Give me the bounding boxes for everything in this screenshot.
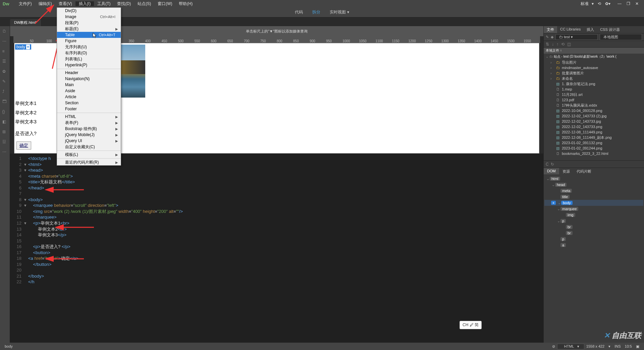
- view-split[interactable]: 拆分: [312, 9, 320, 15]
- site-dropdown[interactable]: 🗀 test ▾: [555, 34, 598, 40]
- site-path[interactable]: ⌄ 🗀 站点 - test (D:\tools\桌面\work（2）\work …: [544, 54, 644, 60]
- code-line[interactable]: 22</h: [11, 279, 542, 285]
- tool-icon-6[interactable]: ✎: [2, 79, 8, 84]
- code-line[interactable]: 7: [11, 191, 542, 197]
- tab-files[interactable]: 文件: [544, 26, 557, 33]
- file-tree-item[interactable]: ›🗀批量调整图片: [544, 70, 644, 76]
- code-line[interactable]: 17 <button>: [11, 250, 542, 256]
- view-live[interactable]: 实时视图 ▾: [330, 9, 349, 15]
- code-line[interactable]: 10 <img src="work (2) /work (1)/图片素材.jpe…: [11, 209, 542, 215]
- tab-insert[interactable]: 插入: [584, 26, 597, 33]
- file-tree-item[interactable]: 🗋1.mep: [544, 86, 644, 92]
- menu-item-无序列表(U)[interactable]: 无序列表(U): [57, 44, 121, 50]
- menu-item-最近的代码片断(R)[interactable]: 最近的代码片断(R)▶: [57, 159, 121, 165]
- menu-item-标题(E)[interactable]: 标题(E)▶: [57, 26, 121, 32]
- menu-item-Hyperlink(P)[interactable]: Hyperlink(P): [57, 62, 121, 68]
- tool-icon-8[interactable]: 🗔: [2, 99, 8, 105]
- menu-item-Bootstrap 组件(B)[interactable]: Bootstrap 组件(B)▶: [57, 126, 121, 132]
- menu-查看(V)[interactable]: 查看(V): [55, 1, 75, 6]
- dom-node-head[interactable]: ⌄head: [544, 182, 643, 188]
- status-ins[interactable]: INS: [612, 344, 623, 348]
- dom-node-a[interactable]: a: [544, 242, 643, 248]
- code-line[interactable]: 3▾<head>: [11, 167, 542, 173]
- menu-item-Div(D)[interactable]: Div(D): [57, 8, 121, 14]
- dom-node-marquee[interactable]: ⌄marquee: [544, 206, 643, 212]
- menu-item-Aside[interactable]: Aside: [57, 88, 121, 94]
- menu-编辑(E)[interactable]: 编辑(E): [35, 1, 55, 6]
- file-tree-item[interactable]: ▧1. 康奈尔笔记法.png: [544, 81, 644, 86]
- status-overlay-icon[interactable]: ▣: [634, 344, 641, 349]
- tool-icon-11[interactable]: ⊞: [2, 129, 8, 135]
- file-tree-item[interactable]: ›🗀mindmaster_autosave: [544, 65, 644, 70]
- tab-snippets[interactable]: 代码片断: [573, 168, 595, 174]
- file-tree-item[interactable]: ▧2022-12-08_111449_副本.png: [544, 135, 644, 140]
- menu-item-Navigation(N)[interactable]: Navigation(N): [57, 76, 121, 82]
- confirm-button[interactable]: 确定: [16, 141, 31, 150]
- menu-窗口(W)[interactable]: 窗口(W): [154, 1, 175, 6]
- code-line[interactable]: 13 举例文本2<br>: [11, 226, 542, 232]
- menu-item-Main[interactable]: Main: [57, 82, 121, 88]
- code-line[interactable]: 21</body>: [11, 273, 542, 279]
- menu-站点(S)[interactable]: 站点(S): [134, 1, 154, 6]
- file-tree[interactable]: ›🗀导出图片›🗀mindmaster_autosave›🗀批量调整图片›🗀未命名…: [544, 60, 644, 160]
- code-line[interactable]: 19 </button>: [11, 261, 542, 268]
- code-line[interactable]: 14 举例文本3</p>: [11, 232, 542, 238]
- document-tab[interactable]: DW教程.html*: [10, 19, 41, 26]
- dom-node-p[interactable]: p: [544, 236, 643, 242]
- layout-dropdown[interactable]: 标准 ▾: [577, 1, 596, 7]
- status-lang[interactable]: HTML ▾: [557, 344, 584, 349]
- tool-icon-more[interactable]: ⋯: [2, 150, 8, 155]
- code-line[interactable]: 11 </marquee>: [11, 214, 542, 220]
- tool-icon-9[interactable]: {}: [2, 109, 8, 115]
- maximize-button[interactable]: ❐: [624, 1, 633, 6]
- tool-icon-10[interactable]: ◧: [2, 119, 8, 125]
- menu-item-Table[interactable]: TableCtrl+Alt+T: [57, 32, 121, 38]
- file-tree-item[interactable]: 🗋11月28日.srt: [544, 92, 644, 97]
- code-line[interactable]: 6</head>: [11, 185, 542, 191]
- file-tree-item[interactable]: ▧2022-10-04_093128.png: [544, 108, 644, 113]
- code-line[interactable]: 16 <p>是否进入? </p>: [11, 244, 542, 250]
- view-dropdown[interactable]: 本地视图: [600, 34, 642, 40]
- tab-cc-libraries[interactable]: CC Libraries: [557, 26, 584, 33]
- tab-dom[interactable]: DOM: [544, 168, 559, 174]
- dom-node-title[interactable]: title: [544, 194, 643, 200]
- status-error-icon[interactable]: ⊘: [550, 344, 557, 349]
- file-tree-item[interactable]: ›🗀未命名: [544, 76, 644, 81]
- dom-node-body[interactable]: +⌄body: [544, 200, 643, 206]
- menu-item-Image[interactable]: ImageCtrl+Alt+I: [57, 14, 121, 20]
- close-button[interactable]: ✕: [633, 1, 641, 6]
- tool-icon-3[interactable]: ≡: [2, 49, 8, 54]
- tool-icon-4[interactable]: ☰: [2, 59, 8, 64]
- menu-item-HTML[interactable]: HTML▶: [57, 114, 121, 120]
- menu-item-模板(L)[interactable]: 模板(L)▶: [57, 152, 121, 158]
- dom-node-br[interactable]: br: [544, 224, 643, 230]
- code-line[interactable]: 15: [11, 238, 542, 244]
- menu-item-Footer[interactable]: Footer: [57, 106, 121, 112]
- ime-badge[interactable]: CH 🖉 简: [460, 321, 482, 329]
- code-line[interactable]: 9▾ <marquee behavior="scroll" direction=…: [11, 202, 542, 209]
- file-tree-item[interactable]: 🗋123.pdf: [544, 97, 644, 103]
- file-tree-item[interactable]: ▧2023-01-02_091244.png: [544, 145, 644, 151]
- dom-tree[interactable]: ⌄html⌄headmetatitle+⌄body⌄marqueeimg⌄pbr…: [544, 174, 644, 343]
- menu-文件(F)[interactable]: 文件(F): [15, 1, 35, 6]
- tool-icon-5[interactable]: ✿: [2, 69, 8, 74]
- menu-item-Article[interactable]: Article: [57, 94, 121, 100]
- file-tree-item[interactable]: ▧2023-01-02_091132.png: [544, 140, 644, 145]
- code-view[interactable]: 1<!doctype h2▾<html>3▾<head>4<meta chars…: [10, 154, 543, 343]
- code-line[interactable]: 18<a href="http:#">确定</a>: [11, 255, 542, 261]
- menu-item-jQuery UI[interactable]: jQuery UI▶: [57, 138, 121, 144]
- put-icon[interactable]: ↑: [556, 42, 558, 47]
- menu-item-段落(P)[interactable]: 段落(P): [57, 20, 121, 26]
- tool-icon-7[interactable]: ⤴: [2, 89, 8, 95]
- ftp-icon[interactable]: ⇅: [546, 42, 549, 47]
- file-tree-item[interactable]: ▧2022-12-02_143733 (2).jpg: [544, 113, 644, 119]
- tool-icon-12[interactable]: ☳: [2, 139, 8, 145]
- menu-item-jQuery Mobile(J)[interactable]: jQuery Mobile(J)▶: [57, 132, 121, 138]
- view-code[interactable]: 代码: [295, 9, 303, 15]
- menu-item-有序列表(O)[interactable]: 有序列表(O): [57, 50, 121, 56]
- expand-icon[interactable]: ◫: [567, 42, 571, 47]
- body-tag-badge[interactable]: body+: [15, 44, 31, 50]
- code-line[interactable]: 20: [11, 267, 542, 273]
- loop-icon[interactable]: ↻: [551, 162, 554, 167]
- menu-工具(T)[interactable]: 工具(T): [94, 1, 114, 6]
